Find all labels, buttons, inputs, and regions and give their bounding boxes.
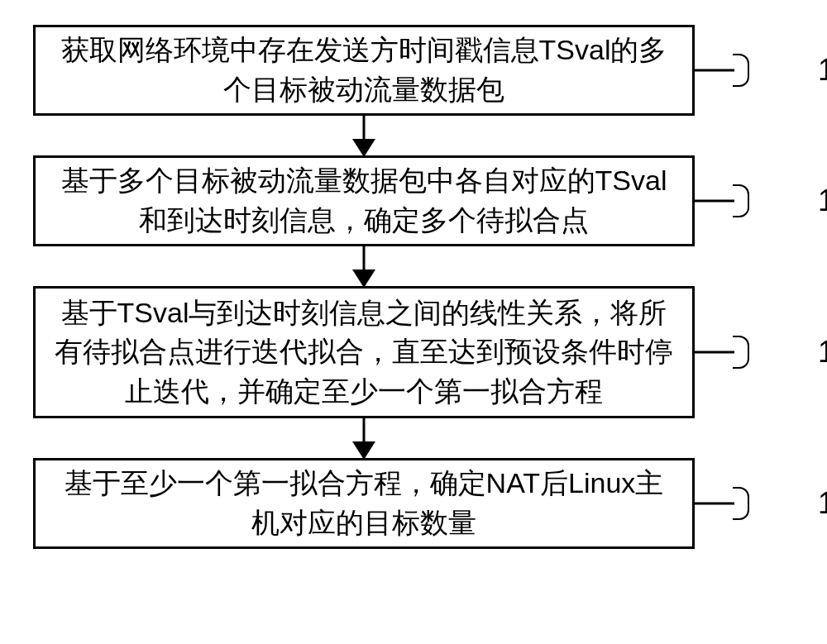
step-label-4: 140 xyxy=(818,486,827,521)
step-label-2: 120 xyxy=(818,184,827,218)
step-text-2: 基于多个目标被动流量数据包中各自对应的TSval和到达时刻信息，确定多个待拟合点 xyxy=(52,161,676,240)
step-label-1: 110 xyxy=(818,53,827,88)
arrow-1 xyxy=(33,116,695,155)
connector-3 xyxy=(695,351,734,354)
arrow-2 xyxy=(33,246,695,286)
curve-3 xyxy=(733,336,749,369)
step-box-3: 基于TSval与到达时刻信息之间的线性关系，将所有待拟合点进行迭代拟合，直至达到… xyxy=(33,286,695,418)
arrow-line-1 xyxy=(363,116,366,141)
connector-2 xyxy=(695,200,734,203)
step-row-1: 获取网络环境中存在发送方时间戳信息TSval的多个目标被动流量数据包 110 xyxy=(33,25,794,116)
step-box-4: 基于至少一个第一拟合方程，确定NAT后Linux主机对应的目标数量 xyxy=(33,458,695,549)
connector-4 xyxy=(695,503,734,505)
arrow-line-2 xyxy=(363,246,366,271)
arrow-head-1 xyxy=(352,139,375,157)
step-label-3: 130 xyxy=(818,335,827,370)
step-row-2: 基于多个目标被动流量数据包中各自对应的TSval和到达时刻信息，确定多个待拟合点… xyxy=(33,155,794,246)
curve-1 xyxy=(733,54,749,87)
step-box-1: 获取网络环境中存在发送方时间戳信息TSval的多个目标被动流量数据包 xyxy=(33,25,695,116)
step-row-3: 基于TSval与到达时刻信息之间的线性关系，将所有待拟合点进行迭代拟合，直至达到… xyxy=(33,286,794,418)
curve-2 xyxy=(733,184,749,217)
arrow-head-3 xyxy=(352,441,375,460)
step-text-4: 基于至少一个第一拟合方程，确定NAT后Linux主机对应的目标数量 xyxy=(52,464,676,542)
step-box-2: 基于多个目标被动流量数据包中各自对应的TSval和到达时刻信息，确定多个待拟合点 xyxy=(33,155,695,246)
flowchart-container: 获取网络环境中存在发送方时间戳信息TSval的多个目标被动流量数据包 110 基… xyxy=(33,25,794,549)
arrow-head-2 xyxy=(352,270,375,288)
connector-1 xyxy=(695,69,734,72)
curve-4 xyxy=(733,487,749,520)
step-text-3: 基于TSval与到达时刻信息之间的线性关系，将所有待拟合点进行迭代拟合，直至达到… xyxy=(52,293,676,412)
step-text-1: 获取网络环境中存在发送方时间戳信息TSval的多个目标被动流量数据包 xyxy=(52,31,676,109)
step-row-4: 基于至少一个第一拟合方程，确定NAT后Linux主机对应的目标数量 140 xyxy=(33,458,794,549)
arrow-3 xyxy=(33,418,695,458)
arrow-line-3 xyxy=(363,418,366,443)
